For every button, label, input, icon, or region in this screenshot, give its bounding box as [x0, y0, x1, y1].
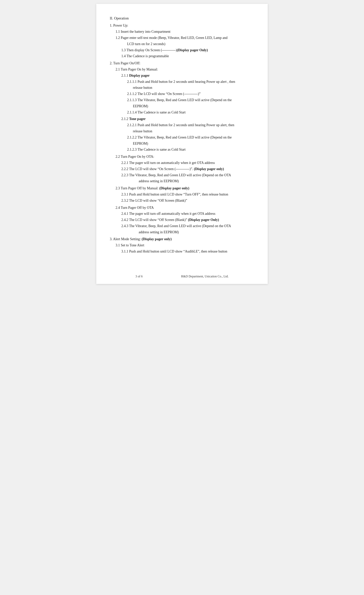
item-2-3-bold: (Display pager only) [159, 186, 189, 190]
item-2-4-3-cont: address setting in EEPROM) [110, 229, 254, 235]
item-2-1-1-3: 2.1.1.3 The Vibrator, Beep, Red and Gree… [110, 97, 254, 103]
section-3-heading: 3. Alert Mode Setting: (Display pager on… [110, 236, 254, 242]
item-2-1-1-bold: Display pager [129, 74, 150, 78]
item-1-2-cont-text: LCD turn on for 2 seconds) [127, 42, 165, 46]
item-1-4-text: 1.4 The Cadence is programmable [121, 54, 169, 58]
item-2-4: 2.4 Turn Pager Off by OTA [110, 205, 254, 211]
page-number: 3 of 6 [135, 275, 142, 278]
item-1-2: 1.2 Pager enter self-test mode (Beep, Vi… [110, 35, 254, 41]
section-3-bold: (Display pager only) [142, 237, 172, 241]
item-2-2-2: 2.2.2 The LCD will show “On Screen (----… [110, 166, 254, 172]
section-2-label: 2. Turn Pager On/Off: [110, 61, 140, 65]
item-2-4-3-cont-text: address setting in EEPROM) [139, 230, 179, 234]
item-1-3-start: 1.3 Then display On Screen (------------… [121, 48, 177, 52]
item-2-1-1-1-cont-text: release button [133, 86, 152, 90]
company-name: R&D Department, Unication Co., Ltd. [181, 275, 229, 278]
item-2-2-3-text: 2.2.3 The Vibrator, Beep, Red and Green … [121, 173, 231, 177]
item-2-1-1-2-text: 2.1.1.2 The LCD will show “On Screen (--… [127, 92, 201, 96]
item-2-2: 2.2 Turn Pager On by OTA: [110, 154, 254, 159]
item-2-1-1-3-cont-text: EEPROM) [133, 104, 148, 108]
item-2-1-1-3-text: 2.1.1.3 The Vibrator, Beep, Red and Gree… [127, 98, 232, 102]
item-2-1-2-1-cont-text: release button [133, 129, 152, 133]
item-2-1-2-bold: Tone pager [129, 117, 146, 121]
section-ii-label: II. Operation [110, 16, 129, 20]
item-2-1-1-4: 2.1.1.4 The Cadence is same as Cold Star… [110, 110, 254, 115]
item-2-3: 2.3 Turn Pager Off by Manual: (Display p… [110, 185, 254, 191]
item-1-2-cont: LCD turn on for 2 seconds) [110, 41, 254, 47]
item-2-1: 2.1 Turn Pager On by Manual: [110, 67, 254, 72]
item-1-4: 1.4 The Cadence is programmable [110, 53, 254, 59]
item-2-3-1: 2.3.1 Push and Hold button until LCD sho… [110, 192, 254, 197]
item-2-2-3-cont-text: address setting in EEPROM) [139, 179, 179, 183]
item-2-4-text: 2.4 Turn Pager Off by OTA [116, 206, 154, 210]
item-2-1-2-2-text: 2.1.2.2 The Vibrator, Beep, Red and Gree… [127, 135, 232, 139]
item-1-1-text: 1.1 Insert the battery into Compartment [116, 30, 170, 34]
item-1-1: 1.1 Insert the battery into Compartment [110, 29, 254, 35]
item-2-1-1-2: 2.1.1.2 The LCD will show “On Screen (--… [110, 91, 254, 97]
item-2-4-2-start: 2.4.2 The LCD will show “Off Screen (Bla… [121, 218, 188, 222]
section-ii-heading: II. Operation [110, 15, 254, 21]
item-1-2-text: 1.2 Pager enter self-test mode (Beep, Vi… [116, 36, 227, 40]
item-1-3: 1.3 Then display On Screen (------------… [110, 47, 254, 53]
document-page: II. Operation 1. Power Up: 1.1 Insert th… [96, 4, 268, 284]
item-2-1-2-label: 2.1.2 [121, 117, 129, 121]
item-2-4-2: 2.4.2 The LCD will show “Off Screen (Bla… [110, 217, 254, 223]
section-1-heading: 1. Power Up: [110, 23, 254, 28]
item-2-1-1-4-text: 2.1.1.4 The Cadence is same as Cold Star… [127, 110, 186, 114]
item-1-3-bold: (Display pager Only) [177, 48, 208, 52]
document-content: II. Operation 1. Power Up: 1.1 Insert th… [110, 15, 254, 254]
section-3-start: 3. Alert Mode Setting: [110, 237, 142, 241]
item-2-3-1-text: 2.3.1 Push and Hold button until LCD sho… [121, 192, 228, 196]
item-2-1-1-1: 2.1.1.1 Push and Hold button for 2 secon… [110, 79, 254, 85]
item-2-4-3-text: 2.4.3 The Vibrator, Beep, Red and Green … [121, 224, 231, 228]
item-2-2-3-cont: address setting in EEPROM) [110, 178, 254, 184]
item-2-4-1: 2.4.1 The pager will turn off automatica… [110, 211, 254, 217]
item-2-2-3: 2.2.3 The Vibrator, Beep, Red and Green … [110, 172, 254, 178]
item-2-4-3: 2.4.3 The Vibrator, Beep, Red and Green … [110, 223, 254, 229]
section-2-heading: 2. Turn Pager On/Off: [110, 60, 254, 66]
item-2-1-2-1-text: 2.1.2.1 Push and Hold button for 2 secon… [127, 123, 234, 127]
item-2-3-2-text: 2.3.2 The LCD will show “Off Screen (Bla… [121, 198, 187, 202]
item-2-1-1-1-text: 2.1.1.1 Push and Hold button for 2 secon… [127, 80, 235, 84]
item-2-2-2-bold: (Display pager only) [194, 167, 224, 171]
item-2-1-text: 2.1 Turn Pager On by Manual: [116, 67, 158, 71]
item-2-1-2-3: 2.1.2.3 The Cadence is same as Cold Star… [110, 147, 254, 152]
item-2-1-2-1-cont: release button [110, 128, 254, 134]
item-3-1: 3.1 Set to Tone Alert [110, 242, 254, 248]
item-2-1-1-1-cont: release button [110, 85, 254, 91]
item-2-1-2-1: 2.1.2.1 Push and Hold button for 2 secon… [110, 122, 254, 128]
item-2-3-start: 2.3 Turn Pager Off by Manual: [116, 186, 159, 190]
item-3-1-1: 3.1.1 Push and Hold button until LCD sho… [110, 249, 254, 254]
item-2-4-2-bold: (Display pager Only) [188, 218, 219, 222]
item-2-1-2-2-cont-text: EEPROM) [133, 142, 148, 145]
item-2-1-2-2: 2.1.2.2 The Vibrator, Beep, Red and Gree… [110, 135, 254, 140]
section-1-label: 1. Power Up: [110, 23, 128, 27]
item-2-2-2-start: 2.2.2 The LCD will show “On Screen (----… [121, 167, 194, 171]
item-2-1-2-2-cont: EEPROM) [110, 141, 254, 146]
item-2-2-1-text: 2.2.1 The pager will turn on automatical… [121, 161, 215, 165]
item-2-4-1-text: 2.4.1 The pager will turn off automatica… [121, 212, 215, 216]
item-2-1-1-3-cont: EEPROM) [110, 103, 254, 109]
item-2-2-text: 2.2 Turn Pager On by OTA: [116, 155, 154, 158]
item-3-1-1-text: 3.1.1 Push and Hold button until LCD sho… [121, 249, 227, 253]
item-2-1-1: 2.1.1 Display pager [110, 73, 254, 78]
item-2-2-1: 2.2.1 The pager will turn on automatical… [110, 160, 254, 166]
page-footer: 3 of 6 R&D Department, Unication Co., Lt… [96, 275, 268, 278]
item-2-3-2: 2.3.2 The LCD will show “Off Screen (Bla… [110, 198, 254, 203]
item-2-1-2-3-text: 2.1.2.3 The Cadence is same as Cold Star… [127, 148, 186, 151]
item-2-1-2: 2.1.2 Tone pager [110, 116, 254, 122]
item-3-1-text: 3.1 Set to Tone Alert [116, 243, 144, 247]
item-2-1-1-label: 2.1.1 [121, 74, 129, 78]
